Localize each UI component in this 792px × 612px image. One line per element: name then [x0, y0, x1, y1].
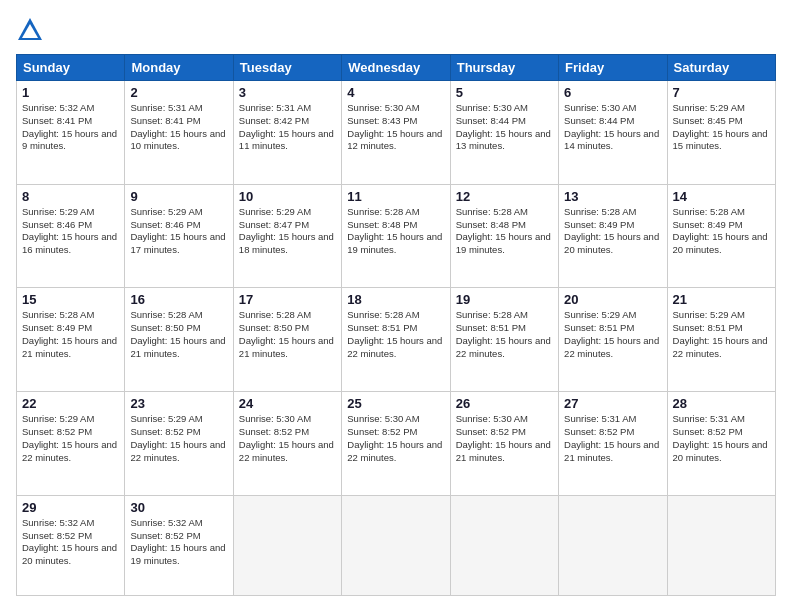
- day-number: 21: [673, 292, 770, 307]
- calendar-day-cell: 19 Sunrise: 5:28 AM Sunset: 8:51 PM Dayl…: [450, 288, 558, 392]
- calendar-day-cell: 7 Sunrise: 5:29 AM Sunset: 8:45 PM Dayli…: [667, 81, 775, 185]
- day-info: Sunrise: 5:31 AM Sunset: 8:52 PM Dayligh…: [564, 413, 661, 464]
- day-number: 23: [130, 396, 227, 411]
- day-number: 12: [456, 189, 553, 204]
- calendar-day-cell: 10 Sunrise: 5:29 AM Sunset: 8:47 PM Dayl…: [233, 184, 341, 288]
- calendar-week-row: 22 Sunrise: 5:29 AM Sunset: 8:52 PM Dayl…: [17, 392, 776, 496]
- day-info: Sunrise: 5:30 AM Sunset: 8:52 PM Dayligh…: [239, 413, 336, 464]
- calendar-day-cell: 16 Sunrise: 5:28 AM Sunset: 8:50 PM Dayl…: [125, 288, 233, 392]
- day-info: Sunrise: 5:29 AM Sunset: 8:46 PM Dayligh…: [22, 206, 119, 257]
- calendar-day-cell: [667, 495, 775, 595]
- page: SundayMondayTuesdayWednesdayThursdayFrid…: [0, 0, 792, 612]
- calendar-day-cell: 22 Sunrise: 5:29 AM Sunset: 8:52 PM Dayl…: [17, 392, 125, 496]
- day-number: 22: [22, 396, 119, 411]
- day-number: 14: [673, 189, 770, 204]
- day-number: 4: [347, 85, 444, 100]
- calendar-day-cell: 9 Sunrise: 5:29 AM Sunset: 8:46 PM Dayli…: [125, 184, 233, 288]
- calendar-day-cell: 14 Sunrise: 5:28 AM Sunset: 8:49 PM Dayl…: [667, 184, 775, 288]
- calendar-header-saturday: Saturday: [667, 55, 775, 81]
- day-info: Sunrise: 5:29 AM Sunset: 8:51 PM Dayligh…: [564, 309, 661, 360]
- day-number: 16: [130, 292, 227, 307]
- calendar-header-sunday: Sunday: [17, 55, 125, 81]
- day-number: 19: [456, 292, 553, 307]
- calendar-day-cell: 24 Sunrise: 5:30 AM Sunset: 8:52 PM Dayl…: [233, 392, 341, 496]
- calendar-day-cell: 27 Sunrise: 5:31 AM Sunset: 8:52 PM Dayl…: [559, 392, 667, 496]
- calendar-day-cell: [450, 495, 558, 595]
- day-number: 10: [239, 189, 336, 204]
- calendar-week-row: 15 Sunrise: 5:28 AM Sunset: 8:49 PM Dayl…: [17, 288, 776, 392]
- day-number: 8: [22, 189, 119, 204]
- day-info: Sunrise: 5:28 AM Sunset: 8:49 PM Dayligh…: [22, 309, 119, 360]
- calendar-day-cell: 23 Sunrise: 5:29 AM Sunset: 8:52 PM Dayl…: [125, 392, 233, 496]
- day-number: 5: [456, 85, 553, 100]
- day-number: 9: [130, 189, 227, 204]
- calendar-day-cell: 13 Sunrise: 5:28 AM Sunset: 8:49 PM Dayl…: [559, 184, 667, 288]
- day-info: Sunrise: 5:30 AM Sunset: 8:44 PM Dayligh…: [564, 102, 661, 153]
- day-info: Sunrise: 5:32 AM Sunset: 8:52 PM Dayligh…: [22, 517, 119, 568]
- day-info: Sunrise: 5:28 AM Sunset: 8:51 PM Dayligh…: [347, 309, 444, 360]
- logo: [16, 16, 48, 44]
- day-info: Sunrise: 5:28 AM Sunset: 8:50 PM Dayligh…: [239, 309, 336, 360]
- calendar-day-cell: 26 Sunrise: 5:30 AM Sunset: 8:52 PM Dayl…: [450, 392, 558, 496]
- day-info: Sunrise: 5:28 AM Sunset: 8:49 PM Dayligh…: [564, 206, 661, 257]
- calendar-day-cell: [233, 495, 341, 595]
- calendar-day-cell: 8 Sunrise: 5:29 AM Sunset: 8:46 PM Dayli…: [17, 184, 125, 288]
- day-number: 11: [347, 189, 444, 204]
- day-number: 3: [239, 85, 336, 100]
- day-number: 20: [564, 292, 661, 307]
- calendar-day-cell: 20 Sunrise: 5:29 AM Sunset: 8:51 PM Dayl…: [559, 288, 667, 392]
- calendar-header-thursday: Thursday: [450, 55, 558, 81]
- day-info: Sunrise: 5:31 AM Sunset: 8:41 PM Dayligh…: [130, 102, 227, 153]
- day-number: 28: [673, 396, 770, 411]
- calendar-week-row: 1 Sunrise: 5:32 AM Sunset: 8:41 PM Dayli…: [17, 81, 776, 185]
- calendar-day-cell: [342, 495, 450, 595]
- day-number: 30: [130, 500, 227, 515]
- day-number: 15: [22, 292, 119, 307]
- calendar-header-friday: Friday: [559, 55, 667, 81]
- day-info: Sunrise: 5:28 AM Sunset: 8:49 PM Dayligh…: [673, 206, 770, 257]
- day-info: Sunrise: 5:29 AM Sunset: 8:52 PM Dayligh…: [130, 413, 227, 464]
- day-info: Sunrise: 5:30 AM Sunset: 8:43 PM Dayligh…: [347, 102, 444, 153]
- calendar-day-cell: 4 Sunrise: 5:30 AM Sunset: 8:43 PM Dayli…: [342, 81, 450, 185]
- calendar-table: SundayMondayTuesdayWednesdayThursdayFrid…: [16, 54, 776, 596]
- day-info: Sunrise: 5:28 AM Sunset: 8:48 PM Dayligh…: [347, 206, 444, 257]
- day-number: 1: [22, 85, 119, 100]
- day-info: Sunrise: 5:29 AM Sunset: 8:51 PM Dayligh…: [673, 309, 770, 360]
- calendar-day-cell: 1 Sunrise: 5:32 AM Sunset: 8:41 PM Dayli…: [17, 81, 125, 185]
- calendar-header-tuesday: Tuesday: [233, 55, 341, 81]
- calendar-week-row: 29 Sunrise: 5:32 AM Sunset: 8:52 PM Dayl…: [17, 495, 776, 595]
- day-number: 24: [239, 396, 336, 411]
- calendar-header-wednesday: Wednesday: [342, 55, 450, 81]
- header: [16, 16, 776, 44]
- day-info: Sunrise: 5:32 AM Sunset: 8:41 PM Dayligh…: [22, 102, 119, 153]
- day-number: 17: [239, 292, 336, 307]
- calendar-week-row: 8 Sunrise: 5:29 AM Sunset: 8:46 PM Dayli…: [17, 184, 776, 288]
- calendar-day-cell: 12 Sunrise: 5:28 AM Sunset: 8:48 PM Dayl…: [450, 184, 558, 288]
- calendar-header-row: SundayMondayTuesdayWednesdayThursdayFrid…: [17, 55, 776, 81]
- day-number: 13: [564, 189, 661, 204]
- day-number: 7: [673, 85, 770, 100]
- day-info: Sunrise: 5:28 AM Sunset: 8:48 PM Dayligh…: [456, 206, 553, 257]
- calendar-day-cell: 6 Sunrise: 5:30 AM Sunset: 8:44 PM Dayli…: [559, 81, 667, 185]
- day-info: Sunrise: 5:29 AM Sunset: 8:46 PM Dayligh…: [130, 206, 227, 257]
- calendar-day-cell: 30 Sunrise: 5:32 AM Sunset: 8:52 PM Dayl…: [125, 495, 233, 595]
- calendar-day-cell: 5 Sunrise: 5:30 AM Sunset: 8:44 PM Dayli…: [450, 81, 558, 185]
- day-info: Sunrise: 5:28 AM Sunset: 8:51 PM Dayligh…: [456, 309, 553, 360]
- day-info: Sunrise: 5:32 AM Sunset: 8:52 PM Dayligh…: [130, 517, 227, 568]
- calendar-day-cell: [559, 495, 667, 595]
- day-number: 29: [22, 500, 119, 515]
- day-number: 2: [130, 85, 227, 100]
- day-number: 6: [564, 85, 661, 100]
- calendar-day-cell: 21 Sunrise: 5:29 AM Sunset: 8:51 PM Dayl…: [667, 288, 775, 392]
- day-info: Sunrise: 5:30 AM Sunset: 8:52 PM Dayligh…: [347, 413, 444, 464]
- day-info: Sunrise: 5:31 AM Sunset: 8:42 PM Dayligh…: [239, 102, 336, 153]
- calendar-header-monday: Monday: [125, 55, 233, 81]
- day-info: Sunrise: 5:29 AM Sunset: 8:47 PM Dayligh…: [239, 206, 336, 257]
- calendar-day-cell: 29 Sunrise: 5:32 AM Sunset: 8:52 PM Dayl…: [17, 495, 125, 595]
- calendar-day-cell: 11 Sunrise: 5:28 AM Sunset: 8:48 PM Dayl…: [342, 184, 450, 288]
- day-info: Sunrise: 5:31 AM Sunset: 8:52 PM Dayligh…: [673, 413, 770, 464]
- logo-icon: [16, 16, 44, 44]
- calendar-day-cell: 28 Sunrise: 5:31 AM Sunset: 8:52 PM Dayl…: [667, 392, 775, 496]
- calendar-day-cell: 15 Sunrise: 5:28 AM Sunset: 8:49 PM Dayl…: [17, 288, 125, 392]
- calendar-day-cell: 2 Sunrise: 5:31 AM Sunset: 8:41 PM Dayli…: [125, 81, 233, 185]
